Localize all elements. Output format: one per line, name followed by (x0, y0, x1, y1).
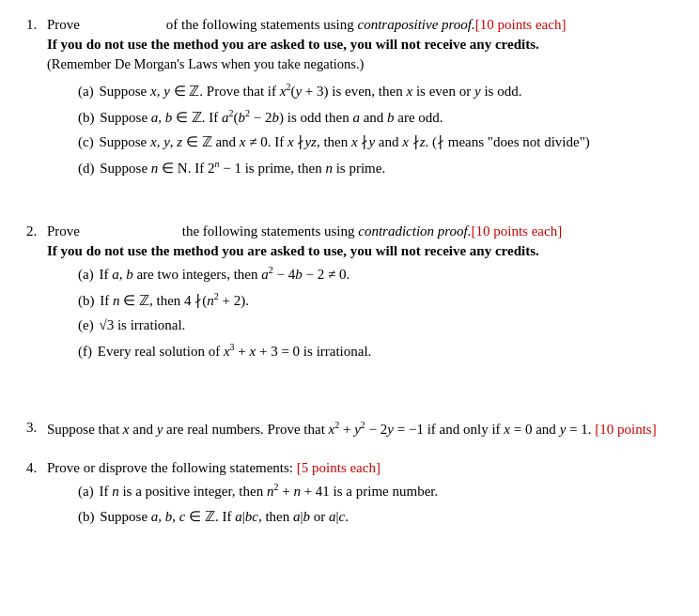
problem-4-title: Prove or disprove the following statemen… (47, 460, 381, 476)
problem-2-title: Prove the following statements using con… (47, 223, 562, 239)
problem-3-number: 3. (26, 420, 43, 436)
problem-2-part-f: (f) Every real solution of x3 + x + 3 = … (78, 340, 673, 362)
gap-3 (26, 447, 673, 460)
problem-1-title: Prove of the following statements using … (47, 17, 566, 33)
problem-2-part-a: (a) If a, b are two integers, then a2 − … (78, 263, 673, 285)
gap-2b (26, 407, 673, 420)
problem-4-number: 4. (26, 460, 43, 476)
problem-2-parts: (a) If a, b are two integers, then a2 − … (78, 263, 673, 362)
problem-3: 3. Suppose that x and y are real numbers… (26, 420, 673, 438)
problem-2-warning: If you do not use the method you are ask… (47, 243, 673, 259)
problem-1-part-a: (a) Suppose x, y ∈ ℤ. Prove that if x2(y… (78, 80, 673, 102)
problem-4-part-a: (a) If n is a positive integer, then n2 … (78, 480, 673, 502)
problem-4-part-b: (b) Suppose a, b, c ∈ ℤ. If a|bc, then a… (78, 506, 673, 528)
gap-2 (26, 380, 673, 407)
problem-1-part-b: (b) Suppose a, b ∈ ℤ. If a2(b2 − 2b) is … (78, 106, 673, 129)
problem-1-warning: If you do not use the method you are ask… (47, 37, 673, 53)
problem-1-part-c: (c) Suppose x, y, z ∈ ℤ and x ≠ 0. If x … (78, 131, 673, 153)
problem-1-parts: (a) Suppose x, y ∈ ℤ. Prove that if x2(y… (78, 80, 673, 178)
problem-1-number: 1. (26, 17, 43, 33)
problem-4-parts: (a) If n is a positive integer, then n2 … (78, 480, 673, 527)
problem-1-header: 1. Prove of the following statements usi… (26, 17, 673, 33)
problem-2-header: 2. Prove the following statements using … (26, 223, 673, 239)
gap-1 (26, 197, 673, 223)
problem-1-note: (Remember De Morgan's Laws when you take… (47, 56, 673, 72)
problem-1-part-d: (d) Suppose n ∈ N. If 2n − 1 is prime, t… (78, 157, 673, 179)
problem-2-number: 2. (26, 223, 43, 239)
problem-4: 4. Prove or disprove the following state… (26, 460, 673, 527)
problem-4-header: 4. Prove or disprove the following state… (26, 460, 673, 476)
problem-3-content: Suppose that x and y are real numbers. P… (47, 420, 673, 438)
problem-2-part-e: (e) √3 is irrational. (78, 315, 673, 336)
problem-2: 2. Prove the following statements using … (26, 223, 673, 362)
problem-2-part-b: (b) If n ∈ ℤ, then 4 ∤(n2 + 2). (78, 289, 673, 312)
problem-1: 1. Prove of the following statements usi… (26, 17, 673, 178)
